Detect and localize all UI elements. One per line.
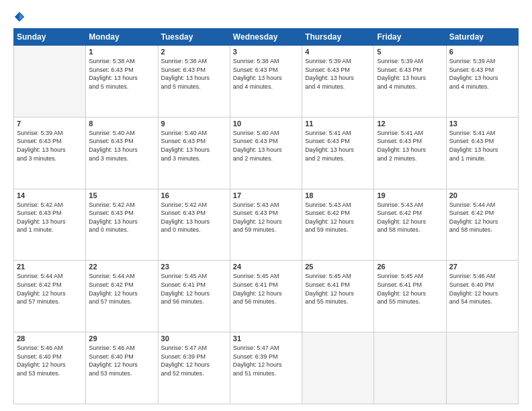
day-number: 9 <box>161 120 227 128</box>
day-number: 26 <box>377 263 443 271</box>
calendar-cell: 18Sunrise: 5:43 AM Sunset: 6:42 PM Dayli… <box>302 189 374 261</box>
day-header-tuesday: Tuesday <box>158 29 230 46</box>
day-info: Sunrise: 5:42 AM Sunset: 6:43 PM Dayligh… <box>161 201 227 234</box>
day-number: 24 <box>233 263 299 271</box>
day-info: Sunrise: 5:41 AM Sunset: 6:43 PM Dayligh… <box>305 129 371 163</box>
calendar-cell: 9Sunrise: 5:40 AM Sunset: 6:43 PM Daylig… <box>158 117 230 189</box>
day-info: Sunrise: 5:39 AM Sunset: 6:43 PM Dayligh… <box>17 129 83 163</box>
day-header-monday: Monday <box>86 29 158 46</box>
calendar-cell: 21Sunrise: 5:44 AM Sunset: 6:42 PM Dayli… <box>14 261 86 332</box>
day-info: Sunrise: 5:45 AM Sunset: 6:41 PM Dayligh… <box>233 272 299 306</box>
calendar-week-4: 21Sunrise: 5:44 AM Sunset: 6:42 PM Dayli… <box>14 261 519 332</box>
day-number: 1 <box>89 48 154 56</box>
day-number: 12 <box>377 120 443 128</box>
day-info: Sunrise: 5:41 AM Sunset: 6:43 PM Dayligh… <box>377 129 443 163</box>
calendar-week-1: 1Sunrise: 5:38 AM Sunset: 6:43 PM Daylig… <box>14 46 519 118</box>
logo-icon <box>13 11 26 23</box>
day-number: 10 <box>233 120 299 128</box>
day-info: Sunrise: 5:38 AM Sunset: 6:43 PM Dayligh… <box>89 57 154 91</box>
day-info: Sunrise: 5:42 AM Sunset: 6:43 PM Dayligh… <box>17 201 83 234</box>
calendar-cell <box>446 332 518 404</box>
calendar-cell: 22Sunrise: 5:44 AM Sunset: 6:42 PM Dayli… <box>86 261 158 332</box>
calendar-cell: 12Sunrise: 5:41 AM Sunset: 6:43 PM Dayli… <box>374 117 446 189</box>
calendar-cell: 8Sunrise: 5:40 AM Sunset: 6:43 PM Daylig… <box>86 117 158 189</box>
day-number: 14 <box>17 191 83 199</box>
calendar-cell: 11Sunrise: 5:41 AM Sunset: 6:43 PM Dayli… <box>302 117 374 189</box>
day-number: 31 <box>233 334 299 342</box>
day-info: Sunrise: 5:40 AM Sunset: 6:43 PM Dayligh… <box>89 129 154 163</box>
calendar-cell: 27Sunrise: 5:46 AM Sunset: 6:40 PM Dayli… <box>446 261 518 332</box>
day-number: 21 <box>17 263 83 271</box>
day-number: 16 <box>161 191 227 199</box>
calendar-cell: 30Sunrise: 5:47 AM Sunset: 6:39 PM Dayli… <box>158 332 230 404</box>
calendar-cell: 24Sunrise: 5:45 AM Sunset: 6:41 PM Dayli… <box>230 261 302 332</box>
calendar-cell: 28Sunrise: 5:46 AM Sunset: 6:40 PM Dayli… <box>14 332 86 404</box>
day-number: 19 <box>377 191 443 199</box>
day-number: 28 <box>17 334 83 342</box>
day-info: Sunrise: 5:44 AM Sunset: 6:42 PM Dayligh… <box>449 201 515 234</box>
day-number: 3 <box>233 48 299 56</box>
day-info: Sunrise: 5:40 AM Sunset: 6:43 PM Dayligh… <box>161 129 227 163</box>
day-number: 18 <box>305 191 371 199</box>
day-info: Sunrise: 5:38 AM Sunset: 6:43 PM Dayligh… <box>161 57 227 91</box>
header <box>13 11 519 23</box>
calendar-cell: 19Sunrise: 5:43 AM Sunset: 6:42 PM Dayli… <box>374 189 446 261</box>
calendar-cell: 23Sunrise: 5:45 AM Sunset: 6:41 PM Dayli… <box>158 261 230 332</box>
calendar-cell: 15Sunrise: 5:42 AM Sunset: 6:43 PM Dayli… <box>86 189 158 261</box>
calendar: SundayMondayTuesdayWednesdayThursdayFrid… <box>13 28 519 404</box>
calendar-body: 1Sunrise: 5:38 AM Sunset: 6:43 PM Daylig… <box>14 46 519 404</box>
calendar-cell: 17Sunrise: 5:43 AM Sunset: 6:43 PM Dayli… <box>230 189 302 261</box>
logo <box>13 11 28 23</box>
day-number: 23 <box>161 263 227 271</box>
day-info: Sunrise: 5:43 AM Sunset: 6:42 PM Dayligh… <box>305 201 371 234</box>
day-info: Sunrise: 5:41 AM Sunset: 6:43 PM Dayligh… <box>449 129 515 163</box>
day-number: 7 <box>17 120 83 128</box>
day-info: Sunrise: 5:43 AM Sunset: 6:42 PM Dayligh… <box>377 201 443 234</box>
calendar-cell: 31Sunrise: 5:47 AM Sunset: 6:39 PM Dayli… <box>230 332 302 404</box>
day-info: Sunrise: 5:45 AM Sunset: 6:41 PM Dayligh… <box>377 272 443 306</box>
day-info: Sunrise: 5:39 AM Sunset: 6:43 PM Dayligh… <box>377 57 443 91</box>
day-info: Sunrise: 5:40 AM Sunset: 6:43 PM Dayligh… <box>233 129 299 163</box>
calendar-cell: 4Sunrise: 5:39 AM Sunset: 6:43 PM Daylig… <box>302 46 374 118</box>
day-number: 15 <box>89 191 154 199</box>
calendar-header-row: SundayMondayTuesdayWednesdayThursdayFrid… <box>14 29 519 46</box>
day-number: 13 <box>449 120 515 128</box>
calendar-cell: 6Sunrise: 5:39 AM Sunset: 6:43 PM Daylig… <box>446 46 518 118</box>
day-number: 5 <box>377 48 443 56</box>
day-header-thursday: Thursday <box>302 29 374 46</box>
calendar-cell <box>302 332 374 404</box>
day-info: Sunrise: 5:46 AM Sunset: 6:40 PM Dayligh… <box>449 272 515 306</box>
calendar-cell: 10Sunrise: 5:40 AM Sunset: 6:43 PM Dayli… <box>230 117 302 189</box>
calendar-cell: 29Sunrise: 5:46 AM Sunset: 6:40 PM Dayli… <box>86 332 158 404</box>
day-number: 2 <box>161 48 227 56</box>
day-info: Sunrise: 5:43 AM Sunset: 6:43 PM Dayligh… <box>233 201 299 234</box>
day-info: Sunrise: 5:45 AM Sunset: 6:41 PM Dayligh… <box>305 272 371 306</box>
calendar-cell: 13Sunrise: 5:41 AM Sunset: 6:43 PM Dayli… <box>446 117 518 189</box>
calendar-cell <box>14 46 86 118</box>
day-number: 29 <box>89 334 154 342</box>
page: SundayMondayTuesdayWednesdayThursdayFrid… <box>0 0 532 411</box>
day-header-saturday: Saturday <box>446 29 518 46</box>
day-header-wednesday: Wednesday <box>230 29 302 46</box>
calendar-cell: 14Sunrise: 5:42 AM Sunset: 6:43 PM Dayli… <box>14 189 86 261</box>
day-info: Sunrise: 5:39 AM Sunset: 6:43 PM Dayligh… <box>305 57 371 91</box>
day-info: Sunrise: 5:46 AM Sunset: 6:40 PM Dayligh… <box>17 344 83 377</box>
day-header-sunday: Sunday <box>14 29 86 46</box>
day-number: 6 <box>449 48 515 56</box>
day-info: Sunrise: 5:38 AM Sunset: 6:43 PM Dayligh… <box>233 57 299 91</box>
day-number: 27 <box>449 263 515 271</box>
calendar-week-5: 28Sunrise: 5:46 AM Sunset: 6:40 PM Dayli… <box>14 332 519 404</box>
calendar-cell: 25Sunrise: 5:45 AM Sunset: 6:41 PM Dayli… <box>302 261 374 332</box>
day-header-friday: Friday <box>374 29 446 46</box>
calendar-week-2: 7Sunrise: 5:39 AM Sunset: 6:43 PM Daylig… <box>14 117 519 189</box>
calendar-cell <box>374 332 446 404</box>
day-info: Sunrise: 5:44 AM Sunset: 6:42 PM Dayligh… <box>89 272 154 306</box>
day-info: Sunrise: 5:46 AM Sunset: 6:40 PM Dayligh… <box>89 344 154 377</box>
calendar-cell: 20Sunrise: 5:44 AM Sunset: 6:42 PM Dayli… <box>446 189 518 261</box>
day-number: 25 <box>305 263 371 271</box>
calendar-cell: 5Sunrise: 5:39 AM Sunset: 6:43 PM Daylig… <box>374 46 446 118</box>
calendar-cell: 16Sunrise: 5:42 AM Sunset: 6:43 PM Dayli… <box>158 189 230 261</box>
day-number: 17 <box>233 191 299 199</box>
calendar-cell: 7Sunrise: 5:39 AM Sunset: 6:43 PM Daylig… <box>14 117 86 189</box>
day-info: Sunrise: 5:47 AM Sunset: 6:39 PM Dayligh… <box>161 344 227 377</box>
